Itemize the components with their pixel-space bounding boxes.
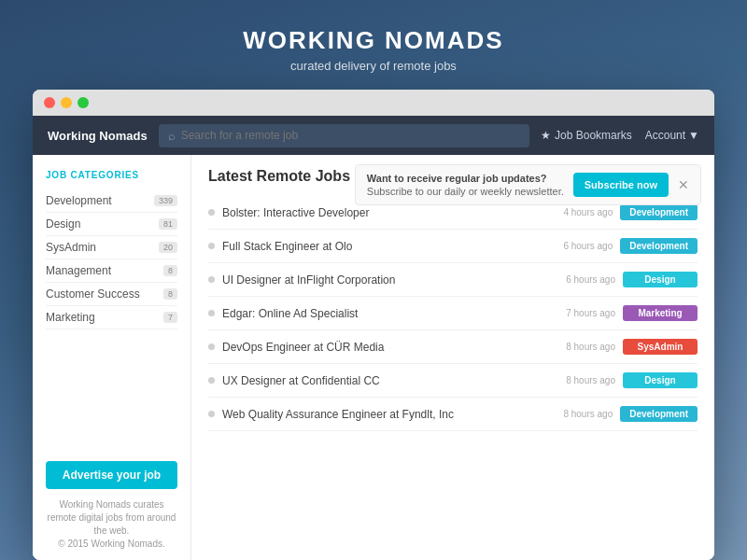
job-tag: Design: [623, 272, 698, 287]
search-bar[interactable]: ⌕: [159, 124, 529, 147]
job-title: Edgar: Online Ad Specialist: [222, 307, 558, 320]
hero-subtitle: curated delivery of remote jobs: [243, 59, 503, 73]
job-list-item[interactable]: UI Designer at InFlight Corporation 6 ho…: [208, 263, 698, 297]
notification-bar: Want to receive regular job updates? Sub…: [355, 164, 701, 205]
category-count: 81: [159, 218, 177, 230]
job-time: 8 hours ago: [563, 409, 613, 419]
job-time: 4 hours ago: [563, 207, 613, 217]
main-content: Want to receive regular job updates? Sub…: [191, 155, 714, 560]
account-nav[interactable]: Account ▼: [645, 129, 699, 142]
job-title: UX Designer at Confidential CC: [222, 374, 558, 387]
chevron-down-icon: ▼: [688, 129, 699, 142]
job-list-item[interactable]: DevOps Engineer at CÜR Media 8 hours ago…: [208, 330, 698, 364]
job-list-item[interactable]: Web Quality Assurance Engineer at Fyndlt…: [208, 398, 698, 431]
category-name: Marketing: [46, 311, 95, 324]
job-dot: [208, 209, 215, 216]
notification-close-button[interactable]: ✕: [678, 178, 689, 191]
job-dot: [208, 243, 215, 249]
category-count: 8: [163, 288, 177, 300]
category-count: 20: [159, 242, 177, 253]
job-time: 8 hours ago: [566, 375, 615, 385]
category-count: 8: [163, 265, 177, 276]
bookmarks-label: Job Bookmarks: [555, 129, 632, 142]
job-dot: [208, 343, 215, 350]
window-minimize-dot[interactable]: [61, 97, 72, 108]
window-maximize-dot[interactable]: [78, 97, 89, 108]
job-time: 6 hours ago: [563, 241, 613, 251]
account-label: Account: [645, 129, 685, 142]
hero-section: WORKING NOMADS curated delivery of remot…: [243, 0, 503, 90]
category-count: 7: [163, 312, 177, 323]
categories-label: JOB CATEGORIES: [46, 170, 177, 180]
sidebar-description: Working Nomads curates remote digital jo…: [46, 498, 177, 551]
job-dot: [208, 310, 215, 316]
category-name: Management: [46, 264, 111, 277]
job-list-item[interactable]: Full Stack Engineer at Olo 6 hours ago D…: [208, 230, 698, 263]
sidebar-category-item[interactable]: Management 8: [46, 259, 177, 283]
sidebar: JOB CATEGORIES Development 339 Design 81…: [33, 155, 191, 560]
job-tag: Design: [623, 372, 698, 388]
advertise-button[interactable]: Advertise your job: [46, 461, 177, 489]
sidebar-category-item[interactable]: SysAdmin 20: [46, 236, 177, 259]
hero-title: WORKING NOMADS: [243, 26, 503, 55]
star-icon: ★: [541, 129, 551, 142]
category-name: Customer Success: [46, 287, 140, 301]
job-title: UI Designer at InFlight Corporation: [222, 273, 558, 287]
job-time: 6 hours ago: [566, 274, 615, 285]
sidebar-category-item[interactable]: Marketing 7: [46, 306, 177, 329]
job-dot: [208, 411, 215, 417]
subscribe-button[interactable]: Subscribe now: [573, 173, 669, 197]
navbar: Working Nomads ⌕ ★ Job Bookmarks Account…: [33, 116, 714, 155]
job-tag: Development: [620, 238, 698, 254]
category-name: SysAdmin: [46, 241, 96, 254]
sidebar-category-item[interactable]: Development 339: [46, 189, 177, 213]
sidebar-bottom: Advertise your job Working Nomads curate…: [46, 461, 177, 551]
notification-subtitle: Subscribe to our daily or weekly newslet…: [367, 186, 564, 197]
category-list: Development 339 Design 81 SysAdmin 20 Ma…: [46, 189, 177, 329]
notification-title: Want to receive regular job updates?: [367, 173, 564, 184]
search-icon: ⌕: [168, 129, 176, 143]
job-title: Full Stack Engineer at Olo: [222, 240, 556, 253]
job-title: Web Quality Assurance Engineer at Fyndlt…: [222, 408, 556, 421]
nav-brand: Working Nomads: [48, 129, 148, 143]
window-close-dot[interactable]: [44, 97, 55, 108]
search-input[interactable]: [181, 129, 520, 142]
job-tag: Development: [620, 204, 698, 220]
bookmarks-nav[interactable]: ★ Job Bookmarks: [541, 129, 632, 142]
sidebar-category-item[interactable]: Design 81: [46, 213, 177, 236]
nav-right: ★ Job Bookmarks Account ▼: [541, 129, 699, 142]
job-list: Bolster: Interactive Developer 4 hours a…: [208, 196, 698, 431]
content-area: JOB CATEGORIES Development 339 Design 81…: [33, 155, 714, 560]
browser-window: Working Nomads ⌕ ★ Job Bookmarks Account…: [33, 90, 714, 560]
job-dot: [208, 276, 215, 283]
category-count: 339: [154, 195, 177, 206]
job-list-item[interactable]: Edgar: Online Ad Specialist 7 hours ago …: [208, 297, 698, 330]
job-time: 7 hours ago: [566, 308, 615, 318]
job-tag: Marketing: [623, 305, 698, 321]
job-tag: SysAdmin: [623, 339, 698, 355]
category-name: Design: [46, 217, 80, 231]
job-title: Bolster: Interactive Developer: [222, 206, 556, 219]
notification-text: Want to receive regular job updates? Sub…: [367, 173, 564, 197]
browser-chrome: [33, 90, 714, 116]
job-list-item[interactable]: UX Designer at Confidential CC 8 hours a…: [208, 364, 698, 398]
job-time: 8 hours ago: [566, 342, 615, 352]
sidebar-category-item[interactable]: Customer Success 8: [46, 283, 177, 306]
category-name: Development: [46, 194, 112, 207]
job-tag: Development: [620, 406, 698, 422]
job-dot: [208, 377, 215, 384]
job-title: DevOps Engineer at CÜR Media: [222, 341, 558, 354]
